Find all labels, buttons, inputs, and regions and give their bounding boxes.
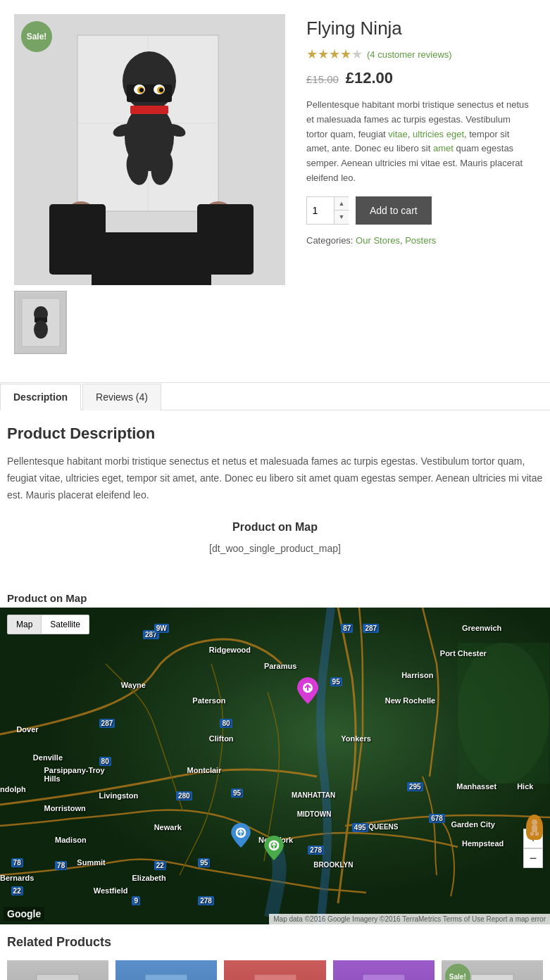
category-posters[interactable]: Posters: [405, 235, 436, 246]
description-text: Pellentesque habitant morbi tristique se…: [7, 453, 543, 503]
star-3: ★: [329, 46, 340, 62]
related-sale-badge-5: Sale!: [445, 964, 470, 980]
product-info: Flying Ninja ★ ★ ★ ★ ★ (4 customer revie…: [299, 14, 536, 354]
thumbnail-1[interactable]: [14, 291, 67, 354]
star-1: ★: [306, 46, 318, 62]
map-view-button[interactable]: Map: [8, 615, 42, 634]
related-products-grid: Sale!: [7, 960, 543, 980]
svg-rect-59: [471, 974, 513, 980]
tabs-section: Description Reviews (4) Product Descript…: [0, 382, 550, 582]
quantity-wrapper: 1 ▲ ▼: [306, 196, 349, 225]
map-heading-wrapper: Product on Map [dt_woo_single_product_ma…: [7, 517, 543, 557]
add-to-cart-row: 1 ▲ ▼ Add to cart: [306, 196, 529, 225]
svg-rect-15: [130, 106, 168, 114]
related-product-2[interactable]: [115, 960, 217, 980]
related-product-4[interactable]: [333, 960, 435, 980]
svg-rect-36: [532, 825, 537, 832]
quantity-input[interactable]: 1: [307, 197, 334, 224]
related-product-1[interactable]: [7, 960, 108, 980]
thumbnail-strip: [14, 291, 285, 354]
svg-rect-37: [530, 832, 534, 836]
related-product-image-1: [7, 960, 108, 980]
satellite-view-button[interactable]: Satellite: [42, 615, 89, 634]
star-rating: ★ ★ ★ ★ ★ (4 customer reviews): [306, 46, 529, 62]
svg-rect-44: [145, 974, 187, 980]
new-price: £12.00: [346, 69, 393, 87]
map-attribution: Map data ©2016 Google Imagery ©2016 Terr…: [269, 914, 550, 924]
sale-badge: Sale!: [21, 21, 52, 52]
svg-rect-5: [127, 84, 172, 102]
qty-down-arrow[interactable]: ▼: [335, 211, 349, 224]
add-to-cart-button[interactable]: Add to cart: [356, 196, 432, 225]
related-product-3[interactable]: [224, 960, 325, 980]
map-heading: Product on Map: [7, 517, 543, 536]
tab-content-description: Product Description Pellentesque habitan…: [0, 410, 550, 582]
description-heading: Product Description: [7, 425, 543, 443]
map-pin-green[interactable]: [264, 836, 284, 862]
related-product-image-4: [333, 960, 435, 980]
tab-reviews[interactable]: Reviews (4): [82, 384, 161, 410]
price-section: £15.00 £12.00: [306, 69, 529, 87]
qty-up-arrow[interactable]: ▲: [335, 197, 349, 211]
related-products-section: Related Products: [0, 924, 550, 980]
map-pin-blue[interactable]: [231, 823, 251, 850]
related-product-5[interactable]: Sale!: [442, 960, 543, 980]
star-4: ★: [340, 46, 351, 62]
svg-rect-54: [363, 974, 405, 980]
svg-rect-39: [37, 974, 79, 980]
svg-point-35: [532, 819, 537, 825]
map-view-controls: Map Satellite: [7, 615, 89, 634]
map-shortcode: [dt_woo_single_product_map]: [7, 541, 543, 558]
categories-label: Categories:: [306, 235, 353, 246]
product-title: Flying Ninja: [306, 18, 529, 39]
old-price: £15.00: [306, 73, 339, 85]
vitae-link[interactable]: vitae: [388, 129, 407, 139]
svg-point-27: [34, 320, 48, 339]
map-section-label: Product on Map: [0, 589, 550, 608]
product-images: Sale!: [14, 14, 285, 354]
related-product-image-5: Sale!: [442, 960, 543, 980]
categories-row: Categories: Our Stores, Posters: [306, 235, 529, 246]
svg-rect-49: [254, 974, 296, 980]
svg-point-11: [159, 88, 163, 92]
amet-link[interactable]: amet: [433, 143, 454, 153]
tabs-nav: Description Reviews (4): [0, 383, 550, 410]
ultricies-link[interactable]: ultricies eget: [413, 129, 464, 139]
svg-rect-22: [92, 232, 211, 285]
main-product-image: Sale!: [14, 14, 285, 285]
qty-arrows: ▲ ▼: [334, 197, 349, 224]
star-5: ★: [351, 46, 363, 62]
svg-point-29: [458, 643, 549, 784]
map-container[interactable]: Yonkers New Rochelle Ridgewood Paramus W…: [0, 608, 550, 924]
related-products-title: Related Products: [7, 935, 543, 950]
map-satellite-view: Yonkers New Rochelle Ridgewood Paramus W…: [0, 608, 550, 924]
product-short-description: Pellentesque habitant morbi tristique se…: [306, 98, 529, 186]
google-logo: Google: [4, 907, 44, 921]
review-link[interactable]: (4 customer reviews): [367, 49, 452, 60]
stars: ★ ★ ★ ★ ★: [306, 46, 363, 62]
category-our-stores[interactable]: Our Stores: [356, 235, 400, 246]
svg-point-10: [139, 88, 144, 92]
zoom-out-button[interactable]: −: [523, 848, 543, 868]
street-view-pegman[interactable]: [526, 815, 543, 840]
related-product-image-3: [224, 960, 325, 980]
related-product-image-2: [115, 960, 217, 980]
star-2: ★: [318, 46, 329, 62]
svg-rect-38: [535, 832, 539, 836]
map-pin-magenta[interactable]: [297, 677, 318, 706]
tab-description[interactable]: Description: [0, 384, 81, 410]
map-roads-svg: [0, 608, 550, 924]
